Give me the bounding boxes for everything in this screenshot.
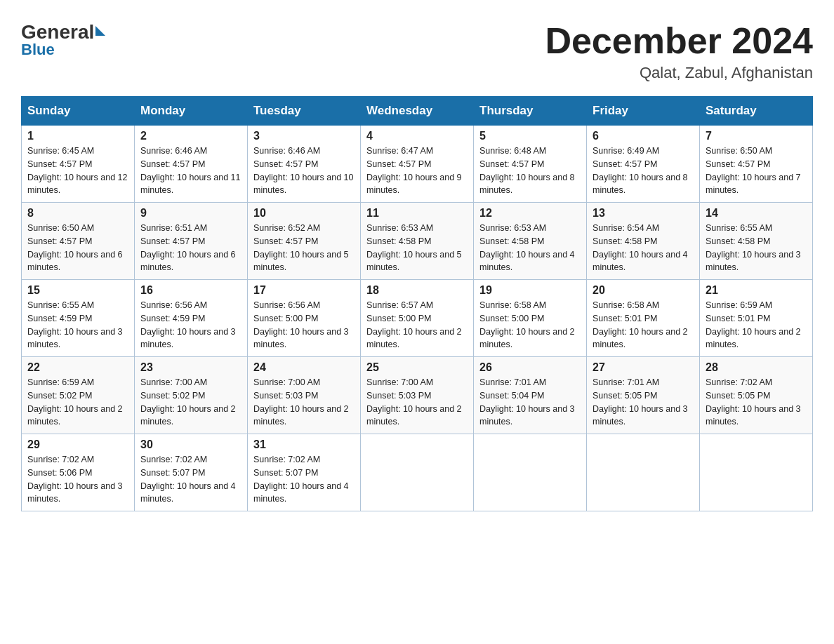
day-cell-25: 25Sunrise: 7:00 AMSunset: 5:03 PMDayligh…	[361, 357, 474, 434]
day-cell-3: 3Sunrise: 6:46 AMSunset: 4:57 PMDaylight…	[248, 126, 361, 203]
day-cell-9: 9Sunrise: 6:51 AMSunset: 4:57 PMDaylight…	[135, 203, 248, 280]
day-info: Sunrise: 6:55 AMSunset: 4:59 PMDaylight:…	[27, 299, 128, 351]
location: Qalat, Zabul, Afghanistan	[545, 64, 813, 82]
day-number: 18	[366, 284, 468, 297]
week-row-5: 29Sunrise: 7:02 AMSunset: 5:06 PMDayligh…	[22, 434, 813, 511]
day-number: 12	[479, 207, 581, 220]
empty-cell	[587, 434, 700, 511]
day-info: Sunrise: 7:02 AMSunset: 5:05 PMDaylight:…	[706, 376, 807, 429]
day-number: 22	[27, 361, 128, 374]
day-info: Sunrise: 6:45 AMSunset: 4:57 PMDaylight:…	[27, 145, 128, 197]
day-cell-6: 6Sunrise: 6:49 AMSunset: 4:57 PMDaylight…	[587, 126, 700, 203]
day-info: Sunrise: 6:55 AMSunset: 4:58 PMDaylight:…	[706, 222, 807, 274]
empty-cell	[361, 434, 474, 511]
day-number: 25	[366, 361, 468, 374]
day-info: Sunrise: 6:53 AMSunset: 4:58 PMDaylight:…	[366, 222, 468, 274]
weekday-header-wednesday: Wednesday	[361, 97, 474, 126]
day-cell-21: 21Sunrise: 6:59 AMSunset: 5:01 PMDayligh…	[700, 280, 813, 357]
day-number: 14	[706, 207, 807, 220]
day-cell-5: 5Sunrise: 6:48 AMSunset: 4:57 PMDaylight…	[474, 126, 587, 203]
day-number: 13	[593, 207, 694, 220]
day-info: Sunrise: 6:58 AMSunset: 5:01 PMDaylight:…	[593, 299, 694, 351]
day-cell-18: 18Sunrise: 6:57 AMSunset: 5:00 PMDayligh…	[361, 280, 474, 357]
day-number: 27	[593, 361, 694, 374]
title-block: December 2024 Qalat, Zabul, Afghanistan	[545, 21, 813, 82]
day-cell-24: 24Sunrise: 7:00 AMSunset: 5:03 PMDayligh…	[248, 357, 361, 434]
day-cell-19: 19Sunrise: 6:58 AMSunset: 5:00 PMDayligh…	[474, 280, 587, 357]
week-row-1: 1Sunrise: 6:45 AMSunset: 4:57 PMDaylight…	[22, 126, 813, 203]
day-cell-4: 4Sunrise: 6:47 AMSunset: 4:57 PMDaylight…	[361, 126, 474, 203]
day-number: 10	[253, 207, 355, 220]
day-number: 17	[253, 284, 355, 297]
day-number: 24	[253, 361, 355, 374]
day-number: 8	[27, 207, 128, 220]
day-cell-12: 12Sunrise: 6:53 AMSunset: 4:58 PMDayligh…	[474, 203, 587, 280]
day-info: Sunrise: 6:59 AMSunset: 5:01 PMDaylight:…	[706, 299, 807, 351]
month-title: December 2024	[545, 21, 813, 61]
day-info: Sunrise: 7:02 AMSunset: 5:07 PMDaylight:…	[253, 453, 355, 506]
day-number: 23	[140, 361, 241, 374]
day-number: 29	[27, 438, 128, 451]
day-info: Sunrise: 6:51 AMSunset: 4:57 PMDaylight:…	[140, 222, 241, 274]
logo: General Blue	[21, 21, 105, 59]
empty-cell	[474, 434, 587, 511]
day-cell-1: 1Sunrise: 6:45 AMSunset: 4:57 PMDaylight…	[22, 126, 135, 203]
day-cell-26: 26Sunrise: 7:01 AMSunset: 5:04 PMDayligh…	[474, 357, 587, 434]
day-info: Sunrise: 7:00 AMSunset: 5:03 PMDaylight:…	[253, 376, 355, 429]
weekday-header-friday: Friday	[587, 97, 700, 126]
page-header: General Blue December 2024 Qalat, Zabul,…	[21, 21, 813, 82]
weekday-header-saturday: Saturday	[700, 97, 813, 126]
day-number: 15	[27, 284, 128, 297]
day-number: 9	[140, 207, 241, 220]
day-info: Sunrise: 6:50 AMSunset: 4:57 PMDaylight:…	[27, 222, 128, 274]
day-number: 26	[479, 361, 581, 374]
day-cell-27: 27Sunrise: 7:01 AMSunset: 5:05 PMDayligh…	[587, 357, 700, 434]
week-row-3: 15Sunrise: 6:55 AMSunset: 4:59 PMDayligh…	[22, 280, 813, 357]
day-number: 20	[593, 284, 694, 297]
day-info: Sunrise: 6:54 AMSunset: 4:58 PMDaylight:…	[593, 222, 694, 274]
day-number: 11	[366, 207, 468, 220]
day-cell-29: 29Sunrise: 7:02 AMSunset: 5:06 PMDayligh…	[22, 434, 135, 511]
day-info: Sunrise: 6:56 AMSunset: 5:00 PMDaylight:…	[253, 299, 355, 351]
calendar-table: SundayMondayTuesdayWednesdayThursdayFrid…	[21, 96, 813, 511]
week-row-2: 8Sunrise: 6:50 AMSunset: 4:57 PMDaylight…	[22, 203, 813, 280]
day-number: 4	[366, 130, 468, 142]
day-info: Sunrise: 6:52 AMSunset: 4:57 PMDaylight:…	[253, 222, 355, 274]
day-info: Sunrise: 7:00 AMSunset: 5:03 PMDaylight:…	[366, 376, 468, 429]
day-cell-17: 17Sunrise: 6:56 AMSunset: 5:00 PMDayligh…	[248, 280, 361, 357]
day-info: Sunrise: 7:02 AMSunset: 5:06 PMDaylight:…	[27, 453, 128, 506]
day-info: Sunrise: 6:46 AMSunset: 4:57 PMDaylight:…	[253, 145, 355, 197]
day-info: Sunrise: 6:48 AMSunset: 4:57 PMDaylight:…	[479, 145, 581, 197]
day-info: Sunrise: 7:00 AMSunset: 5:02 PMDaylight:…	[140, 376, 241, 429]
week-row-4: 22Sunrise: 6:59 AMSunset: 5:02 PMDayligh…	[22, 357, 813, 434]
day-number: 16	[140, 284, 241, 297]
day-number: 28	[706, 361, 807, 374]
day-info: Sunrise: 6:46 AMSunset: 4:57 PMDaylight:…	[140, 145, 241, 197]
day-info: Sunrise: 6:47 AMSunset: 4:57 PMDaylight:…	[366, 145, 468, 197]
day-number: 5	[479, 130, 581, 142]
day-info: Sunrise: 6:49 AMSunset: 4:57 PMDaylight:…	[593, 145, 694, 197]
day-cell-15: 15Sunrise: 6:55 AMSunset: 4:59 PMDayligh…	[22, 280, 135, 357]
weekday-header-sunday: Sunday	[22, 97, 135, 126]
day-number: 21	[706, 284, 807, 297]
day-info: Sunrise: 6:56 AMSunset: 4:59 PMDaylight:…	[140, 299, 241, 351]
weekday-header-thursday: Thursday	[474, 97, 587, 126]
day-number: 3	[253, 130, 355, 142]
day-cell-13: 13Sunrise: 6:54 AMSunset: 4:58 PMDayligh…	[587, 203, 700, 280]
day-info: Sunrise: 7:01 AMSunset: 5:05 PMDaylight:…	[593, 376, 694, 429]
day-cell-11: 11Sunrise: 6:53 AMSunset: 4:58 PMDayligh…	[361, 203, 474, 280]
day-cell-23: 23Sunrise: 7:00 AMSunset: 5:02 PMDayligh…	[135, 357, 248, 434]
weekday-header-monday: Monday	[135, 97, 248, 126]
logo-arrow-icon	[95, 26, 105, 36]
day-cell-8: 8Sunrise: 6:50 AMSunset: 4:57 PMDaylight…	[22, 203, 135, 280]
day-info: Sunrise: 6:53 AMSunset: 4:58 PMDaylight:…	[479, 222, 581, 274]
day-cell-30: 30Sunrise: 7:02 AMSunset: 5:07 PMDayligh…	[135, 434, 248, 511]
weekday-header-tuesday: Tuesday	[248, 97, 361, 126]
day-info: Sunrise: 7:02 AMSunset: 5:07 PMDaylight:…	[140, 453, 241, 506]
day-cell-7: 7Sunrise: 6:50 AMSunset: 4:57 PMDaylight…	[700, 126, 813, 203]
day-cell-10: 10Sunrise: 6:52 AMSunset: 4:57 PMDayligh…	[248, 203, 361, 280]
day-cell-22: 22Sunrise: 6:59 AMSunset: 5:02 PMDayligh…	[22, 357, 135, 434]
empty-cell	[700, 434, 813, 511]
day-number: 19	[479, 284, 581, 297]
day-info: Sunrise: 6:57 AMSunset: 5:00 PMDaylight:…	[366, 299, 468, 351]
